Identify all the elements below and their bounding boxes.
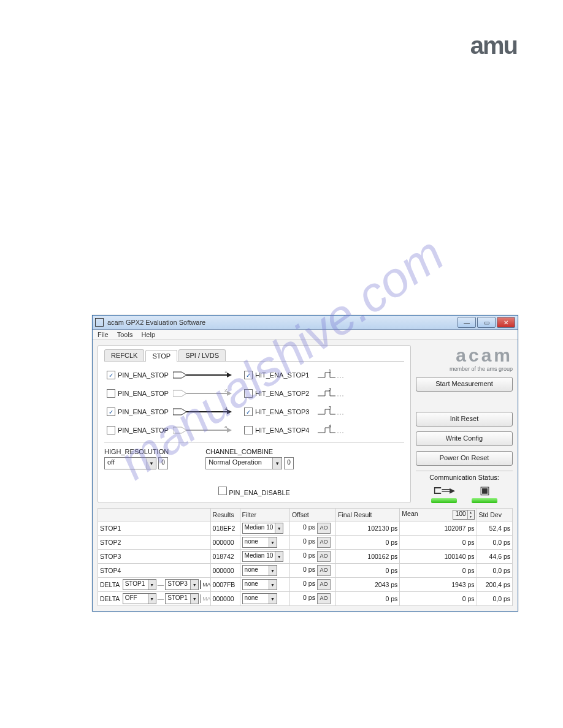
hit-ena-stop1-label: HIT_ENA_STOP1 — [255, 371, 314, 379]
stop-area: PIN_ENA_STOP 1 PIN_ENA_STOP 2 — [104, 362, 404, 439]
comm-status: Communication Status: ⊏═▸ ▣ — [416, 471, 513, 503]
chip-icon: ▣ — [480, 483, 490, 497]
ao-button[interactable]: AO — [317, 579, 331, 590]
acam-logo: acam member of the ams group — [416, 345, 513, 372]
high-resolution-num: 0 — [158, 457, 168, 469]
filter-select[interactable]: Median 10▼ — [242, 551, 284, 562]
pulse-1-icon: 1 — [316, 369, 346, 381]
delta-select[interactable]: OFF▼ — [123, 593, 156, 604]
pin-column: PIN_ENA_STOP 1 PIN_ENA_STOP 2 — [107, 369, 232, 436]
table-row: STOP2000000none▼0 psAO0 ps0 ps0,0 ps — [98, 536, 513, 550]
minimize-button[interactable]: — — [458, 317, 476, 328]
pulse-4-icon: 4 — [316, 424, 346, 436]
delta-select[interactable]: STOP1▼ — [123, 579, 156, 590]
hit-ena-stop2-checkbox[interactable] — [244, 389, 253, 398]
arrow-3-icon: 3 — [173, 408, 232, 416]
filter-select[interactable]: none▼ — [242, 537, 277, 548]
svg-marker-10 — [227, 409, 232, 414]
high-resolution-select[interactable]: off▼ — [104, 457, 156, 469]
comm-status-label: Communication Status: — [416, 474, 513, 481]
app-icon — [95, 318, 104, 327]
col-label — [98, 509, 211, 521]
svg-marker-12 — [173, 427, 186, 433]
math-checkbox[interactable] — [200, 580, 201, 589]
window-title: acam GPX2 Evaluation Software — [107, 319, 456, 326]
col-mean: Mean 100▲▼ — [400, 509, 477, 521]
pin-ena-stop-2-label: PIN_ENA_STOP — [118, 390, 170, 397]
col-filter: Filter — [240, 509, 289, 521]
ao-button[interactable]: AO — [317, 537, 331, 548]
hit-ena-stop3-checkbox[interactable] — [244, 408, 253, 416]
tab-stop[interactable]: STOP — [145, 350, 177, 362]
pin-ena-disable-checkbox[interactable] — [218, 487, 227, 495]
svg-text:1: 1 — [224, 371, 228, 374]
pin-ena-stop-4-checkbox[interactable] — [107, 426, 115, 434]
arrow-4-icon: 4 — [173, 426, 232, 434]
pin-ena-stop-1-checkbox[interactable] — [107, 371, 115, 379]
mean-count-spinner[interactable]: 100▲▼ — [453, 510, 475, 520]
menubar: File Tools Help — [93, 330, 518, 340]
close-button[interactable]: ✕ — [497, 317, 515, 328]
init-reset-button[interactable]: Init Reset — [416, 412, 513, 427]
main-panel: REFCLK STOP SPI / LVDS PIN_ENA_STOP 1 — [98, 345, 411, 503]
table-row-delta: DELTA OFF▼ — STOP1▼ MATH000000none▼0 psA… — [98, 592, 513, 606]
svg-marker-2 — [227, 373, 232, 377]
hit-ena-stop3-label: HIT_ENA_STOP3 — [255, 408, 314, 415]
delta-select[interactable]: STOP1▼ — [165, 593, 199, 604]
usb-icon: ⊏═▸ — [433, 483, 456, 497]
ao-button[interactable]: AO — [317, 551, 331, 562]
svg-marker-8 — [173, 409, 186, 415]
menu-file[interactable]: File — [98, 331, 109, 338]
filter-select[interactable]: none▼ — [242, 565, 277, 576]
col-offset: Offset — [289, 509, 335, 521]
ao-button[interactable]: AO — [317, 593, 331, 604]
channel-combine-label: CHANNEL_COMBINE — [205, 448, 294, 455]
sidebar: acam member of the ams group Start Measu… — [416, 345, 513, 503]
pin-ena-stop-3-checkbox[interactable] — [107, 408, 115, 416]
pin-ena-disable-label: PIN_ENA_DISABLE — [229, 489, 290, 496]
page-logo: amu — [470, 32, 517, 59]
separator — [104, 442, 404, 443]
table-row-delta: DELTA STOP1▼ — STOP3▼ MATH0007FBnone▼0 p… — [98, 578, 513, 592]
tab-refclk[interactable]: REFCLK — [104, 349, 144, 361]
col-stddev: Std Dev — [477, 509, 512, 521]
math-checkbox[interactable] — [200, 594, 201, 603]
pin-ena-stop-3-label: PIN_ENA_STOP — [118, 408, 170, 415]
table-row: STOP3018742Median 10▼0 psAO100162 ps1001… — [98, 550, 513, 564]
svg-marker-6 — [227, 391, 232, 396]
tab-spi-lvds[interactable]: SPI / LVDS — [178, 349, 226, 361]
svg-marker-4 — [173, 390, 186, 396]
write-config-button[interactable]: Write Config — [416, 431, 513, 446]
menu-help[interactable]: Help — [141, 331, 155, 338]
filter-select[interactable]: Median 10▼ — [242, 523, 284, 534]
col-results: Results — [210, 509, 240, 521]
tab-strip: REFCLK STOP SPI / LVDS — [104, 349, 404, 362]
power-on-reset-button[interactable]: Power On Reset — [416, 451, 513, 466]
hit-ena-stop4-checkbox[interactable] — [244, 426, 253, 434]
svg-marker-0 — [173, 372, 186, 378]
filter-select[interactable]: none▼ — [242, 593, 277, 604]
pin-ena-stop-4-label: PIN_ENA_STOP — [118, 427, 170, 434]
start-measurement-button[interactable]: Start Measurement — [416, 377, 513, 392]
table-row: STOP1018EF2Median 10▼0 psAO102130 ps1020… — [98, 521, 513, 536]
filter-select[interactable]: none▼ — [242, 579, 277, 590]
pin-ena-stop-2-checkbox[interactable] — [107, 389, 115, 398]
ao-button[interactable]: AO — [317, 523, 331, 534]
hit-ena-stop2-label: HIT_ENA_STOP2 — [255, 390, 314, 397]
maximize-button[interactable]: ▭ — [477, 317, 496, 328]
menu-tools[interactable]: Tools — [117, 331, 133, 338]
svg-text:3: 3 — [224, 408, 228, 411]
client-area: REFCLK STOP SPI / LVDS PIN_ENA_STOP 1 — [93, 340, 518, 611]
config-row: HIGH_RESOLUTION off▼ 0 CHANNEL_COMBINE — [104, 448, 404, 469]
channel-combine-select[interactable]: Normal Operation▼ — [205, 457, 282, 469]
pulse-2-icon: 2 — [316, 387, 346, 400]
hit-ena-stop1-checkbox[interactable] — [244, 371, 253, 379]
ao-button[interactable]: AO — [317, 565, 331, 576]
pin-ena-stop-1-label: PIN_ENA_STOP — [118, 371, 170, 379]
titlebar: acam GPX2 Evaluation Software — ▭ ✕ — [93, 316, 518, 330]
table-row: STOP4000000none▼0 psAO0 ps0 ps0,0 ps — [98, 564, 513, 578]
arrow-2-icon: 2 — [173, 389, 232, 398]
arrow-1-icon: 1 — [173, 371, 232, 379]
hit-column: HIT_ENA_STOP1 1 HIT_ENA_STOP2 2 — [244, 369, 346, 436]
delta-select[interactable]: STOP3▼ — [165, 579, 199, 590]
